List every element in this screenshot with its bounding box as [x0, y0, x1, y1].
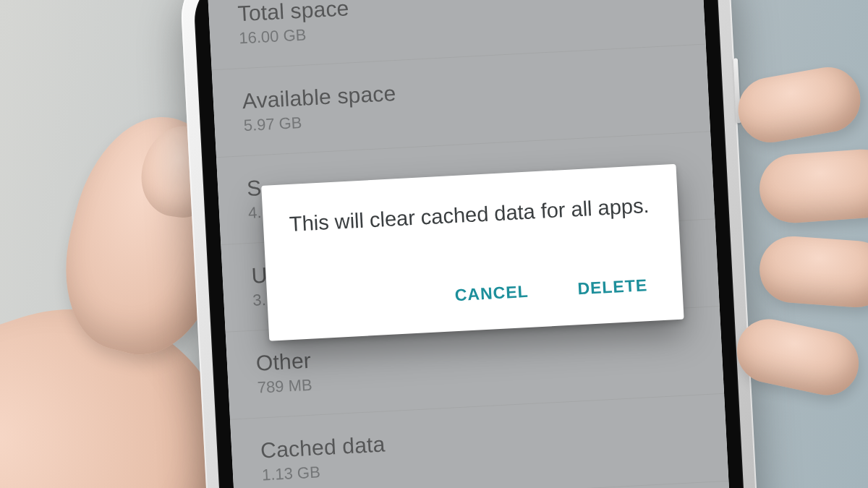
photo-scene: Total space 16.00 GB Available space 5.9… [0, 0, 868, 488]
dialog-message: This will clear cached data for all apps… [289, 190, 653, 239]
phone-body: Total space 16.00 GB Available space 5.9… [179, 0, 762, 488]
cancel-button[interactable]: CANCEL [450, 276, 534, 312]
phone-bezel: Total space 16.00 GB Available space 5.9… [192, 0, 748, 488]
hand-finger-1 [733, 62, 865, 147]
dialog-actions: CANCEL DELETE [293, 270, 658, 328]
clear-cache-dialog: This will clear cached data for all apps… [261, 164, 684, 341]
delete-button[interactable]: DELETE [572, 270, 652, 305]
phone-screen: Total space 16.00 GB Available space 5.9… [208, 0, 733, 488]
hand-finger-3 [757, 234, 868, 309]
phone: Total space 16.00 GB Available space 5.9… [179, 0, 762, 488]
hand-finger-2 [757, 147, 868, 225]
